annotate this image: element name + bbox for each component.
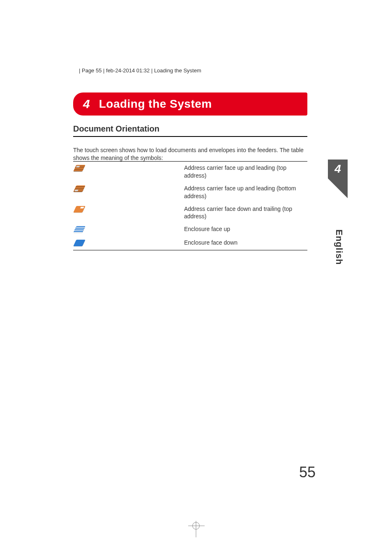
side-language-label: English bbox=[334, 229, 344, 265]
table-row: Enclosure face up bbox=[73, 223, 307, 236]
row-description: Address carrier face up and leading (bot… bbox=[184, 185, 307, 200]
chapter-title: Loading the System bbox=[99, 97, 212, 111]
chapter-banner: 4 Loading the System bbox=[73, 92, 307, 116]
table-row: Address carrier face up and leading (top… bbox=[73, 162, 307, 182]
section-intro: The touch screen shows how to load docum… bbox=[73, 146, 307, 162]
registration-mark-icon bbox=[192, 522, 200, 530]
enclosure-face-up-icon bbox=[73, 226, 85, 233]
side-chapter-tab-arrow bbox=[328, 178, 348, 198]
chapter-number: 4 bbox=[83, 97, 90, 111]
side-chapter-tab: 4 bbox=[328, 160, 348, 178]
address-face-up-leading-bottom-icon bbox=[73, 185, 85, 192]
row-description: Address carrier face down and trailing (… bbox=[184, 205, 307, 221]
row-description: Enclosure face down bbox=[184, 239, 307, 247]
page-number: 55 bbox=[299, 464, 316, 481]
section-heading: Document Orientation bbox=[73, 124, 307, 137]
table-row: Address carrier face down and trailing (… bbox=[73, 203, 307, 223]
table-row: Address carrier face up and leading (bot… bbox=[73, 182, 307, 203]
table-row: Enclosure face down bbox=[73, 236, 307, 250]
enclosure-face-down-icon bbox=[73, 240, 85, 246]
address-face-up-leading-top-icon bbox=[73, 165, 85, 171]
orientation-table: Address carrier face up and leading (top… bbox=[73, 161, 307, 250]
page-header: | Page 55 | feb-24-2014 01:32 | Loading … bbox=[79, 67, 201, 74]
row-description: Address carrier face up and leading (top… bbox=[184, 164, 307, 180]
row-description: Enclosure face up bbox=[184, 225, 307, 233]
address-face-down-trailing-top-icon bbox=[73, 206, 85, 213]
